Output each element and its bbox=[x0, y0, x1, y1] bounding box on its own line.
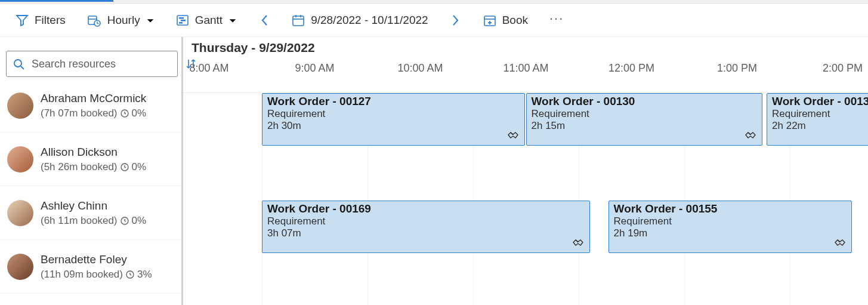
avatar bbox=[7, 146, 33, 172]
book-button[interactable]: Book bbox=[481, 8, 530, 32]
resource-row[interactable]: Abraham McCormick (7h 07m booked) 0% bbox=[0, 79, 181, 133]
booking-title: Work Order - 00169 bbox=[267, 202, 585, 215]
booking-title: Work Order - 00133 bbox=[772, 95, 868, 108]
clock-icon bbox=[120, 162, 129, 172]
booking-duration: 2h 19m bbox=[614, 227, 847, 239]
book-label: Book bbox=[502, 14, 528, 27]
book-icon bbox=[483, 14, 496, 27]
clock-icon bbox=[125, 270, 135, 279]
avatar bbox=[7, 254, 33, 280]
handshake-icon bbox=[572, 236, 585, 249]
date-range-picker[interactable]: 9/28/2022 - 10/11/2022 bbox=[289, 8, 431, 32]
window-top-strip bbox=[0, 0, 868, 4]
booking-block[interactable]: Work Order - 00155 Requirement 2h 19m bbox=[608, 201, 852, 253]
time-slot: 1:00 PM bbox=[684, 60, 790, 93]
gantt-icon bbox=[176, 14, 189, 27]
time-slot: 9:00 AM bbox=[262, 60, 367, 93]
toolbar: Filters Hourly Gantt 9/28/2022 - 10/11/2… bbox=[0, 4, 868, 37]
filter-icon bbox=[16, 14, 29, 27]
booking-block[interactable]: Work Order - 00169 Requirement 3h 07m bbox=[262, 201, 590, 253]
handshake-icon bbox=[833, 236, 847, 249]
search-box[interactable] bbox=[6, 51, 178, 77]
more-icon: ··· bbox=[549, 11, 564, 26]
avatar bbox=[7, 200, 33, 226]
schedule-lane[interactable]: Work Order - 00169 Requirement 3h 07m Wo… bbox=[183, 201, 868, 254]
resource-row[interactable]: Bernadette Foley (11h 09m booked) 3% bbox=[0, 240, 181, 294]
hourly-label: Hourly bbox=[107, 14, 140, 27]
more-button[interactable]: ··· bbox=[547, 8, 566, 32]
booking-duration: 2h 15m bbox=[532, 120, 757, 132]
gantt-dropdown[interactable]: Gantt bbox=[174, 8, 239, 32]
time-slot: 8:00 AM bbox=[183, 60, 262, 93]
clock-icon bbox=[120, 109, 129, 118]
time-slot: 11:00 AM bbox=[473, 60, 579, 93]
handshake-icon bbox=[744, 128, 757, 141]
time-ruler: 8:00 AM9:00 AM10:00 AM11:00 AM12:00 PM1:… bbox=[183, 60, 868, 93]
clock-calendar-icon bbox=[87, 14, 101, 27]
date-range-label: 9/28/2022 - 10/11/2022 bbox=[311, 14, 428, 27]
resource-name: Ashley Chinn bbox=[41, 199, 146, 212]
resource-subtitle: (11h 09m booked) 3% bbox=[41, 269, 152, 281]
booking-block[interactable]: Work Order - 00127 Requirement 2h 30m bbox=[262, 93, 525, 146]
chevron-down-icon bbox=[228, 16, 237, 24]
time-slot: 10:00 AM bbox=[367, 60, 473, 93]
resource-subtitle: (6h 11m booked) 0% bbox=[41, 215, 146, 227]
avatar bbox=[7, 93, 33, 119]
chevron-down-icon bbox=[146, 16, 155, 24]
booking-title: Work Order - 00127 bbox=[267, 95, 520, 108]
handshake-icon bbox=[506, 128, 520, 141]
chevron-right-icon bbox=[451, 14, 461, 26]
resource-row[interactable]: Allison Dickson (5h 26m booked) 0% bbox=[0, 133, 181, 186]
schedule-lane[interactable]: Work Order - 00127 Requirement 2h 30m Wo… bbox=[183, 93, 868, 147]
booking-subtitle: Requirement bbox=[772, 108, 868, 120]
time-slot: 12:00 PM bbox=[579, 60, 684, 93]
gantt-label: Gantt bbox=[195, 14, 223, 27]
booking-title: Work Order - 00155 bbox=[614, 202, 847, 215]
booking-subtitle: Requirement bbox=[267, 215, 585, 227]
next-range-button[interactable] bbox=[447, 8, 464, 32]
booking-duration: 2h 30m bbox=[267, 120, 520, 132]
time-slot: 2:00 PM bbox=[790, 60, 868, 93]
filters-label: Filters bbox=[35, 14, 66, 27]
resource-subtitle: (7h 07m booked) 0% bbox=[41, 107, 146, 119]
booking-duration: 3h 07m bbox=[267, 227, 585, 239]
clock-icon bbox=[120, 216, 129, 226]
chevron-left-icon bbox=[260, 14, 269, 26]
hourly-dropdown[interactable]: Hourly bbox=[85, 8, 157, 32]
booking-duration: 2h 22m bbox=[772, 120, 868, 132]
prev-range-button[interactable] bbox=[256, 8, 273, 32]
date-header: Thursday - 9/29/2022 bbox=[183, 37, 868, 60]
search-input[interactable] bbox=[30, 57, 171, 71]
booking-subtitle: Requirement bbox=[614, 215, 847, 227]
schedule-board: Thursday - 9/29/2022 8:00 AM9:00 AM10:00… bbox=[183, 37, 868, 305]
resource-name: Allison Dickson bbox=[41, 146, 146, 159]
calendar-icon bbox=[292, 14, 305, 27]
search-icon bbox=[13, 58, 24, 70]
booking-block[interactable]: Work Order - 00133 Requirement 2h 22m bbox=[767, 93, 868, 146]
resource-pane: Abraham McCormick (7h 07m booked) 0% All… bbox=[0, 37, 183, 305]
resource-subtitle: (5h 26m booked) 0% bbox=[41, 161, 146, 173]
resource-row[interactable]: Ashley Chinn (6h 11m booked) 0% bbox=[0, 186, 181, 240]
booking-subtitle: Requirement bbox=[532, 108, 757, 120]
resource-name: Bernadette Foley bbox=[41, 253, 152, 266]
resource-name: Abraham McCormick bbox=[41, 92, 146, 105]
booking-title: Work Order - 00130 bbox=[532, 95, 757, 108]
booking-subtitle: Requirement bbox=[267, 108, 520, 120]
booking-block[interactable]: Work Order - 00130 Requirement 2h 15m bbox=[526, 93, 762, 146]
filters-button[interactable]: Filters bbox=[13, 8, 68, 32]
